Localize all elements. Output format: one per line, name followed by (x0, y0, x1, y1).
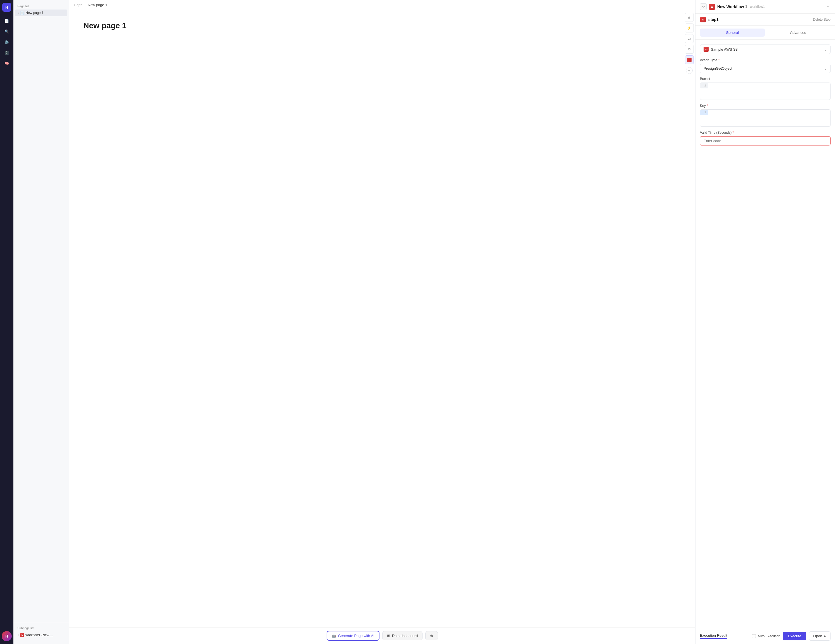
key-editor[interactable]: 1 (700, 109, 830, 127)
panel-footer: Execution Result Auto Execution Execute … (695, 628, 835, 644)
subpage-chevron: › (18, 633, 19, 636)
key-field: Key * 1 (700, 104, 830, 127)
key-label: Key * (700, 104, 830, 108)
bottom-bar: 🤖 Generate Page with AI ⊞ Data dashboard… (69, 627, 695, 644)
canvas-area: New page 1 # ⚡ ⇄ ↺ + (69, 10, 695, 627)
open-btn-label: Open (813, 634, 822, 638)
subpage-item-workflow1[interactable]: › w workflow1 (New ... (15, 631, 67, 638)
app-logo: H (2, 3, 11, 12)
key-line-content[interactable] (708, 110, 830, 127)
dashboard-icon: ⊞ (387, 634, 390, 638)
ai-icon: 🤖 (331, 634, 336, 638)
action-type-field: Action Type * PresignGetObject ⌄ (700, 58, 830, 73)
step-header: S step1 Delete Step (695, 14, 835, 26)
share-toolbar-btn[interactable]: ⇄ (685, 34, 694, 43)
datasource-selector[interactable]: S3 Sample AWS S3 ⌄ (700, 44, 830, 54)
panel-body: S3 Sample AWS S3 ⌄ Action Type * Presign… (695, 40, 835, 628)
collapse-panel-btn[interactable]: >> (700, 3, 707, 10)
aws-icon: S3 (703, 47, 708, 52)
subpage-section: Subpage list › w workflow1 (New ... (13, 623, 69, 641)
brand-logo: H (2, 631, 12, 641)
data-dashboard-btn[interactable]: ⊞ Data dashboard (382, 631, 423, 640)
bucket-editor[interactable]: 1 (700, 83, 830, 100)
extra-icon: ⊕ (430, 634, 433, 638)
search-nav-icon[interactable]: 🔍 (2, 27, 11, 36)
page-nav-icon[interactable]: 📄 (2, 16, 11, 25)
execution-result-label: Execution Result (700, 633, 727, 639)
valid-time-required: * (733, 131, 734, 135)
generate-ai-label: Generate Page with AI (338, 634, 374, 638)
action-type-select[interactable]: PresignGetObject ⌄ (700, 64, 830, 73)
datasource-label: Sample AWS S3 (711, 47, 738, 52)
panel-header: >> W New Workflow 1 workflow1 ··· (695, 0, 835, 14)
data-dashboard-label: Data dashboard (392, 634, 418, 638)
page-sidebar: Page list › 📄 New page 1 Subpage list › … (13, 0, 69, 644)
bucket-line-1: 1 (700, 83, 830, 99)
page-chevron: › (18, 11, 19, 15)
page-title: New page 1 (83, 21, 669, 30)
history-toolbar-btn[interactable]: ↺ (685, 45, 694, 54)
breadcrumb: Hops / New page 1 (69, 0, 695, 10)
page-item-label: New page 1 (26, 11, 43, 15)
hash-toolbar-btn[interactable]: # (685, 13, 694, 22)
more-options-btn[interactable]: ··· (827, 4, 830, 9)
breadcrumb-current: New page 1 (88, 3, 107, 7)
key-required: * (707, 104, 708, 108)
right-toolbar: # ⚡ ⇄ ↺ + (683, 10, 695, 627)
tab-advanced[interactable]: Advanced (766, 29, 831, 37)
workflow-toolbar-btn[interactable] (685, 55, 694, 64)
panel-tabs: General Advanced (695, 26, 835, 40)
workflow-header-icon: W (709, 4, 715, 10)
step-name: step1 (708, 17, 719, 22)
breadcrumb-separator: / (84, 3, 86, 7)
lightning-toolbar-btn[interactable]: ⚡ (685, 23, 694, 33)
execute-btn[interactable]: Execute (783, 632, 806, 640)
breadcrumb-parent[interactable]: Hops (74, 3, 82, 7)
workflow-subtitle: workflow1 (750, 5, 765, 9)
action-type-label: Action Type * (700, 58, 830, 62)
tab-general[interactable]: General (700, 29, 765, 37)
valid-time-field: Valid Time (Seconds) * (700, 131, 830, 145)
settings-nav-icon[interactable]: ⚙️ (2, 37, 11, 46)
step-icon: S (700, 16, 706, 23)
action-type-value: PresignGetObject (703, 66, 733, 70)
subpage-item-label: workflow1 (New ... (26, 633, 53, 637)
action-type-required: * (718, 58, 720, 62)
generate-ai-btn[interactable]: 🤖 Generate Page with AI (327, 631, 380, 641)
subpage-list-title: Subpage list (13, 625, 69, 631)
page-list-title: Page list (13, 3, 69, 10)
datasource-chevron: ⌄ (824, 47, 827, 52)
open-btn[interactable]: Open ∧ (809, 631, 830, 641)
page-item-new-page-1[interactable]: › 📄 New page 1 (15, 10, 67, 16)
page-canvas[interactable]: New page 1 (69, 10, 683, 627)
key-line-1: 1 (700, 110, 830, 127)
bucket-label: Bucket (700, 77, 830, 81)
action-type-chevron: ⌄ (824, 66, 827, 70)
auto-execution-checkbox[interactable] (752, 634, 756, 638)
right-panel: >> W New Workflow 1 workflow1 ··· S step… (695, 0, 835, 644)
extra-action-btn[interactable]: ⊕ (425, 631, 438, 640)
brain-nav-icon[interactable]: 🧠 (2, 59, 11, 68)
key-line-num: 1 (700, 110, 708, 115)
subpage-icon: w (20, 633, 24, 637)
page-file-icon: 📄 (20, 11, 24, 15)
auto-execution-label: Auto Execution (757, 634, 780, 638)
valid-time-label: Valid Time (Seconds) * (700, 131, 830, 135)
bucket-line-num: 1 (700, 83, 708, 88)
valid-time-input[interactable] (700, 136, 830, 145)
main-content: Hops / New page 1 New page 1 # ⚡ ⇄ ↺ + 🤖… (69, 0, 695, 644)
delete-step-btn[interactable]: Delete Step (813, 18, 830, 21)
workflow-title: New Workflow 1 (717, 5, 747, 9)
open-chevron-icon: ∧ (824, 634, 826, 638)
auto-execution-toggle[interactable]: Auto Execution (752, 634, 780, 638)
database-nav-icon[interactable]: 🗄️ (2, 48, 11, 57)
bucket-line-content[interactable] (708, 83, 830, 99)
add-toolbar-btn[interactable]: + (686, 67, 693, 74)
icon-sidebar: H 📄 🔍 ⚙️ 🗄️ 🧠 H (0, 0, 13, 644)
bucket-field: Bucket 1 (700, 77, 830, 100)
